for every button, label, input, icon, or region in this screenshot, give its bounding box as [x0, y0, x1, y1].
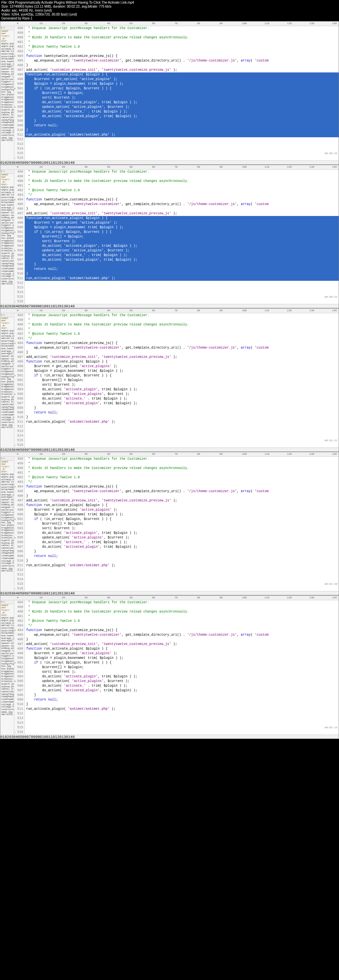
sidebar-item[interactable]: cleanspamc — [1, 127, 14, 129]
sidebar-item[interactable]: fiverr — [1, 322, 14, 325]
sidebar-item[interactable]: cleanspamc — [1, 557, 14, 560]
sidebar-item[interactable]: banner-blo — [1, 212, 14, 214]
sidebar-item[interactable]: candyfang. — [1, 119, 14, 122]
sidebar-item[interactable]: cancellatio — [1, 404, 14, 406]
code-line[interactable]: do_action( 'activate_' . trim( $plugin )… — [25, 110, 339, 114]
code-line[interactable]: wp_enqueue_script( 'twentytwelve-customi… — [25, 346, 339, 350]
sidebar-item[interactable]: bettersurf.j — [1, 652, 14, 655]
sidebar-item[interactable]: bragaboutr — [1, 673, 14, 675]
sidebar-item[interactable]: bettersurf.j — [1, 366, 14, 368]
sidebar-item[interactable]: Attachmen — [1, 632, 14, 635]
sidebar-item[interactable]: box.pspima — [1, 94, 14, 96]
code-line[interactable]: run_activate_plugin( 'askimet/askimet.ph… — [25, 133, 339, 137]
code-line[interactable]: function run_activate_plugin( $plugin ) … — [25, 360, 339, 364]
sidebar-item[interactable]: banner-blo — [1, 642, 14, 645]
code-line[interactable]: $current[] = $plugin; — [25, 234, 339, 239]
sidebar-item[interactable]: andr- — [1, 327, 14, 330]
code-line[interactable]: */ — [25, 480, 339, 485]
sidebar-item[interactable]: ava-tweet- — [1, 348, 14, 350]
sidebar-item[interactable]: bragaboutr — [1, 388, 14, 391]
sidebar-item[interactable]: ahptd.psp — [1, 330, 14, 332]
code-line[interactable]: if ( !in_array( $plugin, $current ) ) { — [25, 517, 339, 522]
sidebar-item[interactable]: fiverr — [1, 35, 14, 38]
code-line[interactable]: } — [25, 63, 339, 68]
code-line[interactable]: $current = get_option( 'active_plugins' … — [25, 364, 339, 369]
sidebar-item[interactable]: bragaboutr — [1, 240, 14, 242]
sidebar-item[interactable]: darrell5.jpg — [1, 139, 14, 142]
sidebar-tree[interactable]: wamp2 www fiverr _M/ andr-ahptd.pspahptd… — [1, 461, 14, 573]
sidebar-item[interactable]: cancellatio — [1, 690, 14, 693]
code-editor[interactable]: * Enqueue Javascript postMessage handler… — [25, 313, 339, 447]
sidebar-item[interactable]: cheaphand — [1, 265, 14, 267]
sidebar-item[interactable]: average2.j — [1, 65, 14, 68]
code-line[interactable]: * Binds JS handlers to make the Customiz… — [25, 609, 339, 614]
sidebar-item[interactable]: fiverr — [1, 466, 14, 468]
code-line[interactable]: $current = get_option( 'active_plugins' … — [25, 221, 339, 225]
sidebar-item[interactable]: biggest-on — [1, 655, 14, 657]
code-line[interactable]: } — [25, 350, 339, 355]
sidebar-item[interactable]: bookgiftgu — [1, 89, 14, 91]
code-line[interactable]: $plugin = plugin_basename( trim( $plugin… — [25, 225, 339, 230]
sidebar-item[interactable]: cleanspamc — [1, 555, 14, 557]
code-line[interactable]: return null; — [25, 554, 339, 558]
sidebar-item[interactable]: bragaboutr — [1, 99, 14, 101]
code-line[interactable]: function twentytwelve_customize_preview_… — [25, 197, 339, 202]
sidebar-item[interactable]: already-del — [1, 48, 14, 51]
sidebar-item[interactable]: buynow.pn — [1, 111, 14, 114]
sidebar-item[interactable]: andr- — [1, 184, 14, 186]
sidebar-item[interactable]: average2.j — [1, 496, 14, 499]
sidebar-item[interactable]: wamp2 — [1, 461, 14, 463]
code-line[interactable]: */ — [25, 624, 339, 628]
sidebar-item[interactable]: coverscreen — [1, 565, 14, 568]
sidebar-item[interactable]: amtrak.txt — [1, 624, 14, 627]
sidebar-item[interactable]: darrell5.jpg — [1, 713, 14, 716]
sidebar-tree[interactable]: wamp2 www fiverr _M/ andr-ahptd.pspahptd… — [1, 317, 14, 429]
code-line[interactable]: $current = get_option( 'active_plugins' … — [25, 651, 339, 656]
sidebar-item[interactable]: Attachmen — [1, 58, 14, 60]
code-line[interactable]: * — [25, 174, 339, 179]
sidebar-item[interactable]: assortedpro — [1, 484, 14, 486]
code-line[interactable]: } — [25, 272, 339, 276]
sidebar-item[interactable]: cheaphand — [1, 552, 14, 555]
code-line[interactable]: do_action( 'activate_plugin', trim( $plu… — [25, 531, 339, 536]
sidebar-item[interactable]: banner-twi — [1, 645, 14, 648]
sidebar-item[interactable]: collage-fat — [1, 275, 14, 278]
sidebar-item[interactable]: assortedpro — [1, 53, 14, 56]
sidebar-item[interactable]: ava-tweet- — [1, 60, 14, 63]
sidebar-item[interactable]: cleanspamc — [1, 270, 14, 273]
sidebar-item[interactable]: cancellatio — [1, 116, 14, 119]
sidebar-item[interactable]: box.jpg — [1, 665, 14, 668]
sidebar-item[interactable]: dana.jpg — [1, 280, 14, 283]
sidebar-item[interactable]: bragaboutr — [1, 386, 14, 388]
sidebar-item[interactable]: www — [1, 606, 14, 609]
code-line[interactable]: do_action( 'activated_plugin', trim( $pl… — [25, 545, 339, 549]
sidebar-tree[interactable]: wamp2 www fiverr _M/ andr-ahptd.pspahptd… — [1, 604, 14, 716]
sidebar-item[interactable]: www — [1, 176, 14, 178]
code-line[interactable]: * @since Twenty Twelve 1.0 — [25, 475, 339, 480]
code-line[interactable]: * — [25, 471, 339, 475]
sidebar-item[interactable]: cancellatio — [1, 547, 14, 550]
code-line[interactable]: if ( !in_array( $plugin, $current ) ) { — [25, 86, 339, 91]
sidebar-drive-header[interactable]: C:\ — [1, 27, 14, 30]
sidebar-item[interactable]: bookgiftgu — [1, 232, 14, 235]
sidebar-item[interactable]: wamp2 — [1, 30, 14, 33]
sidebar-item[interactable]: collage_JP — [1, 560, 14, 563]
sidebar-item[interactable]: banner-twi — [1, 358, 14, 361]
file-tree-sidebar[interactable]: C:\wamp2 www fiverr _M/ andr-ahptd.pspah… — [0, 26, 14, 161]
sidebar-item[interactable]: banner-blo — [1, 68, 14, 71]
code-line[interactable]: return null; — [25, 267, 339, 272]
sidebar-item[interactable]: collage-fat — [1, 562, 14, 565]
sidebar-item[interactable]: bragaboutr — [1, 245, 14, 247]
sidebar-item[interactable]: breedles.jp — [1, 678, 14, 681]
code-line[interactable]: } — [25, 119, 339, 123]
code-line[interactable]: */ — [25, 336, 339, 341]
sidebar-item[interactable]: collage_JP — [1, 703, 14, 706]
sidebar-item[interactable]: biggest-on — [1, 224, 14, 227]
code-line[interactable]: do_action( 'activate_' . trim( $plugin )… — [25, 684, 339, 688]
sidebar-item[interactable]: banner-blo — [1, 499, 14, 501]
code-line[interactable]: * Binds JS handlers to make the Customiz… — [25, 323, 339, 327]
sidebar-item[interactable]: candyfang. — [1, 406, 14, 409]
sidebar-item[interactable]: breedles.jp — [1, 535, 14, 537]
sidebar-item[interactable]: blogabouty — [1, 229, 14, 232]
code-line[interactable]: * — [25, 327, 339, 332]
